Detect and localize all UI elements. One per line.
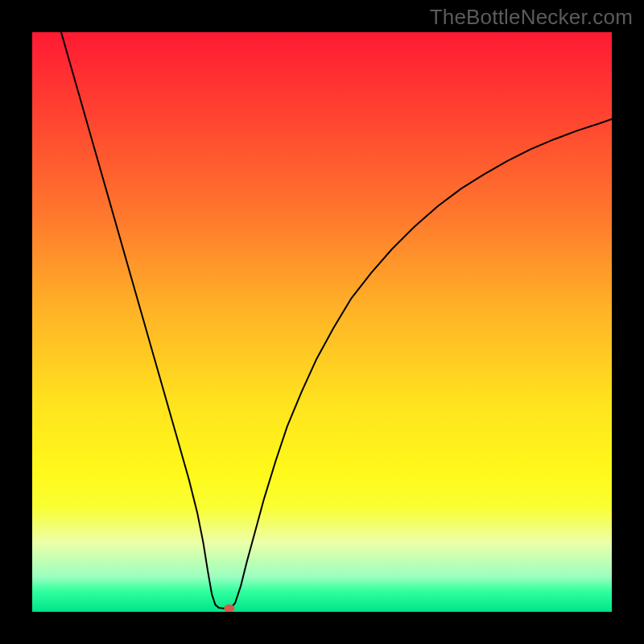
chart-frame: TheBottleNecker.com bbox=[0, 0, 644, 644]
gradient-background bbox=[32, 32, 612, 612]
plot-area bbox=[32, 32, 612, 612]
watermark-text: TheBottleNecker.com bbox=[430, 5, 633, 30]
bottleneck-curve-chart bbox=[32, 32, 612, 612]
